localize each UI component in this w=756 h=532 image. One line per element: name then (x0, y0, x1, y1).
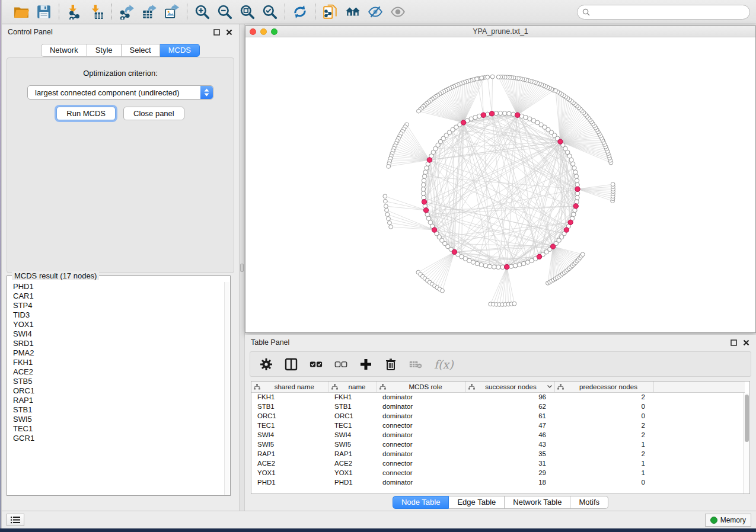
close-panel-button-mcds[interactable]: Close panel (123, 107, 184, 120)
mcds-result-item[interactable]: SWI4 (13, 329, 224, 339)
run-mcds-button[interactable]: Run MCDS (56, 107, 116, 120)
optimization-select[interactable]: largest connected component (undirected) (27, 85, 213, 100)
window-minimize-icon[interactable] (260, 28, 267, 35)
mcds-result-item[interactable]: TEC1 (13, 424, 224, 434)
first-neighbors-icon[interactable] (345, 4, 361, 20)
attribute-type-icon (254, 384, 260, 390)
mcds-result-item[interactable]: STB5 (13, 377, 224, 386)
split-divider[interactable] (239, 24, 245, 511)
sort-chevron-icon (547, 385, 552, 388)
import-network-icon[interactable] (66, 4, 82, 20)
delete-row-icon[interactable] (384, 358, 397, 371)
close-panel-button[interactable] (225, 28, 233, 36)
tab-mcds[interactable]: MCDS (160, 44, 200, 57)
zoom-in-icon[interactable] (194, 4, 210, 20)
split-divider-handle[interactable] (240, 264, 244, 272)
tab-select[interactable]: Select (122, 44, 160, 57)
refresh-layout-icon[interactable] (292, 4, 308, 20)
table-row[interactable]: TEC1TEC1connector472 (251, 421, 745, 430)
node-table[interactable]: shared name name MCDS role successor nod… (251, 381, 750, 494)
network-window-titlebar[interactable]: YPA_prune.txt_1 (245, 26, 755, 37)
function-builder-icon[interactable]: f(x) (434, 358, 454, 371)
open-file-icon[interactable] (14, 4, 29, 20)
memory-status-icon (710, 517, 717, 524)
column-header[interactable]: successor nodes (465, 382, 554, 392)
mcds-result-item[interactable]: SRD1 (13, 339, 224, 348)
mcds-result-item[interactable]: PHD1 (13, 282, 224, 291)
attribute-type-icon (331, 384, 338, 390)
tab-motifs[interactable]: Motifs (570, 496, 608, 509)
tab-edge-table[interactable]: Edge Table (449, 496, 505, 509)
window-close-icon[interactable] (250, 28, 256, 35)
column-header[interactable]: predecessor nodes (554, 382, 653, 392)
import-table-icon[interactable] (89, 4, 104, 20)
share-document-icon[interactable] (323, 4, 338, 20)
save-session-icon[interactable] (36, 4, 52, 20)
attribute-type-icon (379, 384, 386, 390)
add-row-icon[interactable] (359, 358, 372, 371)
mcds-result-item[interactable]: ORC1 (13, 386, 224, 396)
optimization-criterion-label: Optimization criterion: (7, 69, 234, 78)
mcds-result-item[interactable]: RAP1 (13, 396, 224, 405)
settings-gear-icon[interactable] (260, 358, 273, 371)
search-input[interactable] (593, 8, 749, 16)
column-header[interactable]: MCDS role (377, 382, 465, 392)
deselect-all-icon[interactable] (334, 358, 347, 371)
app-window: Control Panel Network Style Select MCDS … (1, 0, 756, 528)
columns-icon[interactable] (285, 358, 298, 371)
table-row[interactable]: SWI4SWI4dominator462 (251, 430, 745, 440)
status-bar: Memory (2, 511, 756, 528)
tab-network[interactable]: Network (41, 44, 87, 57)
mcds-list-scrollbar[interactable] (224, 282, 229, 495)
export-table-icon[interactable] (142, 4, 157, 20)
table-row[interactable]: PHD1PHD1dominator180 (251, 477, 745, 487)
control-panel-tabs: Network Style Select MCDS (41, 44, 200, 57)
table-row[interactable]: ACE2ACE2connector311 (251, 459, 745, 468)
export-image-icon[interactable] (164, 4, 180, 20)
network-canvas[interactable] (245, 37, 755, 332)
table-row[interactable]: STB1STB1dominator620 (251, 402, 745, 411)
float-panel-button[interactable] (213, 28, 221, 36)
memory-label: Memory (720, 516, 746, 524)
zoom-fit-icon[interactable] (240, 4, 255, 20)
attribute-type-icon (557, 384, 564, 390)
window-zoom-icon[interactable] (271, 28, 277, 35)
mcds-result-list[interactable]: PHD1CAR1STP4TID3YOX1SWI4SRD1PMA2FKH1ACE2… (8, 282, 224, 495)
mcds-result-item[interactable]: STP4 (13, 301, 224, 310)
search-box[interactable] (577, 5, 750, 20)
table-row[interactable]: RAP1RAP1dominator352 (251, 449, 745, 459)
float-table-panel-button[interactable] (730, 339, 738, 347)
select-all-icon[interactable] (310, 358, 323, 371)
table-row[interactable]: SWI5SWI5connector431 (251, 440, 745, 449)
table-row[interactable]: ORC1ORC1dominator610 (251, 411, 745, 421)
close-table-panel-button[interactable] (742, 339, 750, 347)
delete-table-icon[interactable] (409, 358, 422, 371)
table-row[interactable]: FKH1FKH1dominator962 (251, 392, 745, 402)
tab-style[interactable]: Style (87, 44, 122, 57)
mcds-result-item[interactable]: PMA2 (13, 348, 224, 358)
column-header[interactable]: shared name (251, 382, 328, 392)
hide-selected-icon[interactable] (368, 4, 383, 20)
zoom-selected-icon[interactable] (262, 4, 277, 20)
column-header[interactable]: name (328, 382, 377, 392)
export-network-icon[interactable] (119, 4, 135, 20)
tab-node-table[interactable]: Node Table (393, 496, 449, 509)
mcds-result-item[interactable]: CAR1 (13, 291, 224, 301)
table-row[interactable]: YOX1YOX1connector291 (251, 468, 745, 477)
show-hidden-icon[interactable] (390, 4, 406, 20)
task-history-button[interactable] (7, 514, 24, 526)
mcds-result-item[interactable]: SWI5 (13, 415, 224, 424)
mcds-result-item[interactable]: GCR1 (13, 434, 224, 443)
mcds-result-item[interactable]: YOX1 (13, 320, 224, 329)
attribute-type-icon (468, 384, 475, 390)
table-scrollbar-thumb[interactable] (745, 395, 749, 442)
mcds-result-item[interactable]: STB1 (13, 405, 224, 415)
tab-network-table[interactable]: Network Table (505, 496, 570, 509)
mcds-result-item[interactable]: TID3 (13, 310, 224, 320)
mcds-result-item[interactable]: ACE2 (13, 367, 224, 377)
memory-button[interactable]: Memory (705, 514, 751, 527)
mcds-result-item[interactable]: FKH1 (13, 358, 224, 367)
network-view-window: YPA_prune.txt_1 (245, 25, 756, 333)
table-scrollbar[interactable] (743, 393, 749, 493)
zoom-out-icon[interactable] (217, 4, 232, 20)
